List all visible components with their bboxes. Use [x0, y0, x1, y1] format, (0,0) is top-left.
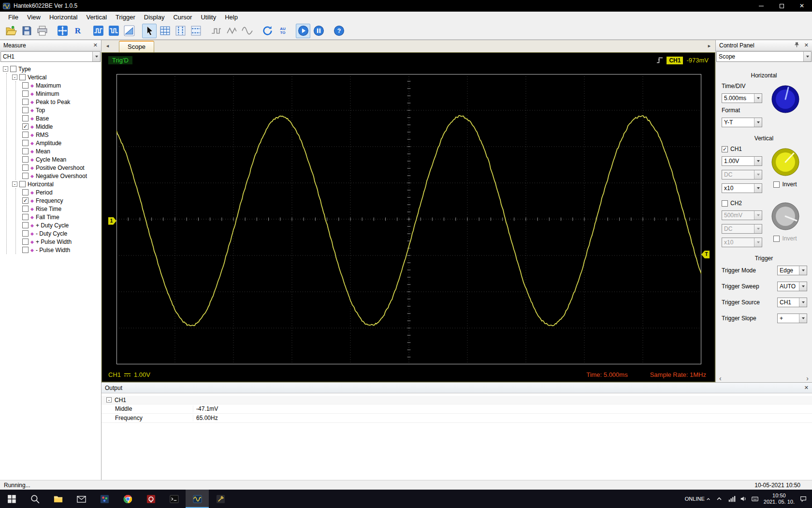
volume-icon[interactable]	[740, 495, 747, 503]
measure-item-row[interactable]: ◆+ Duty Cycle	[22, 221, 101, 229]
channel1-wave-button[interactable]	[91, 24, 105, 38]
pan-move-button[interactable]	[55, 24, 70, 38]
measure-item-checkbox[interactable]	[22, 214, 29, 220]
ch1-coupling-select[interactable]: DC	[722, 170, 762, 179]
measure-item-row[interactable]: ◆Negative Overshoot	[22, 172, 101, 180]
record-button[interactable]: R	[71, 24, 85, 38]
horizontal-cursors-button[interactable]	[188, 24, 203, 38]
search-button[interactable]	[23, 490, 46, 508]
ch2-invert[interactable]: Invert	[773, 235, 797, 242]
measure-item-checkbox[interactable]: ✓	[22, 197, 29, 204]
measure-item-row[interactable]: ◆Base	[22, 114, 101, 122]
online-status[interactable]: ONLINE	[685, 496, 710, 502]
vertical-cursors-button[interactable]	[173, 24, 188, 38]
ch1-volts-knob[interactable]	[771, 148, 800, 177]
measure-item-row[interactable]: ◆+ Pulse Width	[22, 238, 101, 246]
measure-item-checkbox[interactable]	[22, 140, 29, 146]
measure-item-checkbox[interactable]	[22, 99, 29, 105]
measure-item-row[interactable]: ◆Rise Time	[22, 205, 101, 213]
measure-item-row[interactable]: ◆Positive Overshoot	[22, 164, 101, 172]
measure-item-row[interactable]: ◆Cycle Mean	[22, 155, 101, 164]
measure-group-checkbox[interactable]	[19, 74, 26, 80]
network-icon[interactable]	[728, 495, 736, 503]
measure-item-row[interactable]: ✓◆Frequency	[22, 196, 101, 205]
close-button[interactable]: ✕	[792, 0, 812, 12]
close-icon[interactable]: ✕	[804, 42, 809, 48]
measure-item-checkbox[interactable]	[22, 107, 29, 113]
pin-icon[interactable]	[794, 42, 800, 49]
measure-item-checkbox[interactable]	[22, 115, 29, 121]
measure-item-checkbox[interactable]: ✓	[22, 123, 29, 130]
utility-app-taskbar-button[interactable]	[209, 490, 232, 508]
chrome-taskbar-button[interactable]	[116, 490, 139, 508]
menu-cursor[interactable]: Cursor	[169, 13, 196, 22]
save-button[interactable]	[19, 24, 34, 38]
terminal-taskbar-button[interactable]	[162, 490, 186, 508]
measure-item-row[interactable]: ◆Maximum	[22, 81, 101, 90]
ch2-checkbox[interactable]	[722, 200, 728, 207]
close-icon[interactable]: ✕	[804, 385, 809, 391]
ch1-probe-select[interactable]: x10	[722, 183, 762, 193]
expander-icon[interactable]: -	[3, 66, 8, 72]
minimize-button[interactable]	[751, 0, 771, 12]
maximize-button[interactable]	[771, 0, 792, 12]
grid-display-button[interactable]	[158, 24, 172, 38]
measure-item-checkbox[interactable]	[22, 239, 29, 245]
open-file-button[interactable]	[4, 24, 18, 38]
tab-scope[interactable]: Scope	[119, 41, 154, 52]
control-panel-select[interactable]: Scope	[716, 51, 812, 62]
tab-scroll-right-icon[interactable]: ►	[707, 44, 711, 48]
tab-scroll-left-icon[interactable]: ◄	[105, 44, 110, 48]
menu-vertical[interactable]: Vertical	[82, 13, 111, 22]
trigger-sweep-select[interactable]: AUTO	[777, 282, 807, 291]
autoset-button[interactable]: AUTO	[276, 24, 290, 38]
menu-trigger[interactable]: Trigger	[111, 13, 140, 22]
collapse-icon[interactable]: -	[106, 397, 112, 403]
measure-item-row[interactable]: ◆- Duty Cycle	[22, 229, 101, 238]
trigger-slope-select[interactable]: +	[777, 314, 807, 323]
time-div-select[interactable]: 5.000ms	[722, 93, 762, 103]
menu-help[interactable]: Help	[220, 13, 242, 22]
pdf-reader-taskbar-button[interactable]	[139, 490, 162, 508]
keyboard-icon[interactable]	[751, 495, 759, 503]
expander-icon[interactable]: -	[12, 75, 17, 80]
ch1-checkbox[interactable]: ✓	[722, 146, 728, 152]
help-button[interactable]: ?	[332, 24, 346, 38]
hidden-icons-button[interactable]	[715, 495, 723, 503]
ch2-enable[interactable]: CH2	[722, 200, 762, 207]
measure-item-row[interactable]: ◆Minimum	[22, 90, 101, 98]
measure-item-row[interactable]: ◆Fall Time	[22, 213, 101, 221]
menu-file[interactable]: File	[4, 13, 23, 22]
start-button[interactable]	[296, 24, 310, 38]
measure-group-checkbox[interactable]	[19, 181, 26, 187]
menu-utility[interactable]: Utility	[196, 13, 220, 22]
measure-source-select[interactable]: CH1	[0, 51, 101, 62]
sine-interpolation-button[interactable]	[240, 24, 254, 38]
pause-button[interactable]	[311, 24, 326, 38]
file-explorer-taskbar-button[interactable]	[46, 490, 70, 508]
time-div-knob[interactable]	[771, 85, 800, 114]
menu-display[interactable]: Display	[140, 13, 169, 22]
photos-taskbar-button[interactable]	[93, 490, 116, 508]
measure-item-row[interactable]: ◆- Pulse Width	[22, 246, 101, 254]
ch2-probe-select[interactable]: x10	[722, 238, 762, 247]
measure-item-checkbox[interactable]	[22, 247, 29, 253]
mail-taskbar-button[interactable]	[70, 490, 93, 508]
trigger-level-marker[interactable]: T	[701, 251, 710, 258]
measure-tree-root[interactable]: -Type	[3, 65, 101, 73]
trigger-mode-select[interactable]: Edge	[777, 266, 807, 275]
ch1-invert-checkbox[interactable]	[773, 181, 780, 188]
ch1-invert[interactable]: Invert	[773, 181, 797, 188]
action-center-icon[interactable]	[799, 495, 807, 503]
ch2-volts-select[interactable]: 500mV	[722, 210, 762, 220]
measure-item-row[interactable]: ◆Mean	[22, 147, 101, 155]
measure-group-row[interactable]: -Vertical	[12, 73, 101, 81]
ramp-signal-button[interactable]	[122, 24, 136, 38]
expander-icon[interactable]: -	[12, 181, 17, 187]
menu-horizontal[interactable]: Horizontal	[45, 13, 82, 22]
ch1-enable[interactable]: ✓ CH1	[722, 146, 762, 152]
measure-item-row[interactable]: ◆Period	[22, 188, 101, 196]
scroll-right-icon[interactable]: ›	[806, 375, 809, 382]
format-select[interactable]: Y-T	[722, 118, 762, 127]
pointer-tool-button[interactable]	[142, 24, 157, 38]
